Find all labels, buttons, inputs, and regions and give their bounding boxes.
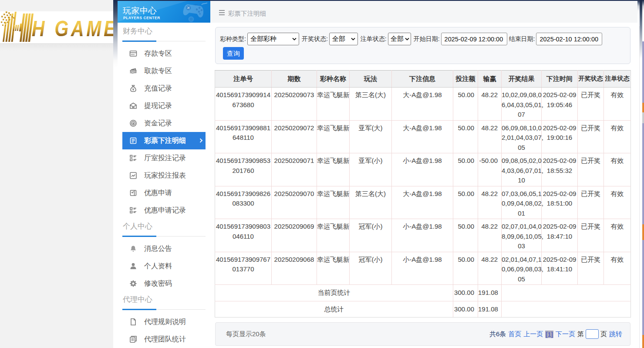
svg-text:H GAME: H GAME xyxy=(32,17,113,41)
